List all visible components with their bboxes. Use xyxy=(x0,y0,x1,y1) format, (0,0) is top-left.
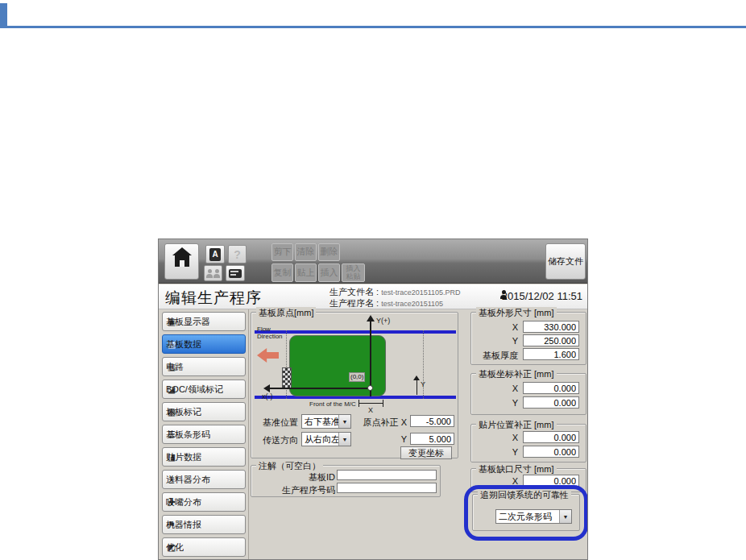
sidebar-item-machine-info[interactable]: ⚑机器情报 xyxy=(162,515,246,534)
dim-x-tick-right xyxy=(383,400,383,407)
transfer-direction-label: 传送方向 xyxy=(258,434,298,446)
board-offset-y-input[interactable] xyxy=(523,396,579,409)
sidebar-item-board-data[interactable]: ▦基板数据 xyxy=(162,334,246,354)
home-button[interactable] xyxy=(164,243,199,280)
board-offset-group: 基板坐标补正 [mm] X Y xyxy=(470,373,586,415)
sidebar-item-nozzle-layout[interactable]: ✚吸嘴分布 xyxy=(162,492,246,512)
y-axis-label: Y(+) xyxy=(376,317,390,325)
traceability-group-title: 追朔回馈系统的可靠性 xyxy=(478,489,571,501)
accent-rule xyxy=(0,26,746,28)
origin-offset-y-label: Y xyxy=(346,434,407,444)
production-file-row: 生产文件名 : test-trace20151105.PRD xyxy=(329,286,461,298)
placement-offset-x-input[interactable] xyxy=(523,431,579,443)
note-group-title: 注解（可空白） xyxy=(256,460,323,472)
board-id-label: 基板ID xyxy=(259,471,335,483)
placement-offset-group-title: 贴片位置补正 [mm] xyxy=(476,419,557,431)
program-number-input[interactable] xyxy=(337,483,437,493)
page-title: 编辑生产程序 xyxy=(165,288,262,309)
board-thickness-input[interactable] xyxy=(523,348,579,360)
traceability-value: 二次元条形码 xyxy=(496,510,559,523)
board-size-y-label: Y xyxy=(471,336,518,346)
placement-offset-y-input[interactable] xyxy=(523,446,579,458)
ref-position-value: 右下基准 xyxy=(302,415,338,428)
sidebar-label: 基板显示器 xyxy=(166,316,210,328)
app-window: A ? 剪下 清除 删除 复制 贴上 插入 插入 粘贴 储存文件 编辑生产程序 xyxy=(158,239,588,560)
sidebar-label: 坏板标记 xyxy=(166,406,201,418)
board-origin-group: 基板原点[mm] Flow Direction Y(+) x(-) (0,0) … xyxy=(251,312,458,458)
x-axis-line xyxy=(269,388,371,389)
toolbar: A ? 剪下 清除 删除 复制 贴上 插入 插入 粘贴 储存文件 xyxy=(159,239,587,284)
clear-button[interactable]: 清除 xyxy=(295,243,317,261)
board-offset-x-input[interactable] xyxy=(523,382,579,394)
sidebar-item-bad-board-mark[interactable]: ▩坏板标记 xyxy=(162,402,246,421)
note-group: 注解（可空白） 基板ID 生产程序号码 xyxy=(251,465,441,497)
users-button[interactable] xyxy=(204,265,222,281)
origin-offset-x-input[interactable] xyxy=(410,415,454,427)
sidebar-label: 吸嘴分布 xyxy=(166,496,201,508)
origin-offset-x-label: 原点补正 X xyxy=(346,417,407,429)
cut-button[interactable]: 剪下 xyxy=(271,243,293,261)
copy-button[interactable]: 复制 xyxy=(271,263,293,282)
line-config-button[interactable] xyxy=(226,265,245,281)
sidebar-item-placement-data[interactable]: ◨贴片数据 xyxy=(162,447,246,467)
board-size-y-input[interactable] xyxy=(523,334,579,346)
sidebar-label: 电路 xyxy=(166,361,184,373)
save-file-button[interactable]: 储存文件 xyxy=(545,243,586,280)
help-button[interactable]: ? xyxy=(228,245,247,263)
origin-point-marker xyxy=(367,385,373,391)
board-id-input[interactable] xyxy=(337,470,437,480)
placement-offset-y-label: Y xyxy=(471,447,518,457)
y-axis-arrow-icon xyxy=(367,315,375,321)
dim-y-label: Y xyxy=(421,380,425,388)
placement-offset-x-label: X xyxy=(471,433,518,442)
board-origin-group-title: 基板原点[mm] xyxy=(256,307,316,319)
sidebar-item-optimize[interactable]: ◩优化 xyxy=(162,537,246,557)
flow-direction-arrow-icon xyxy=(257,348,279,363)
board-offset-group-title: 基板坐标补正 [mm] xyxy=(476,368,557,380)
delete-button[interactable]: 删除 xyxy=(318,243,340,261)
line-config-icon xyxy=(229,269,242,278)
sidebar-item-board-display[interactable]: ▣基板显示器 xyxy=(162,312,246,331)
sidebar-item-board-barcode[interactable]: ☰基板条形码 xyxy=(162,425,246,444)
origin-offset-y-input[interactable] xyxy=(410,433,454,445)
clipboard-a-icon: A xyxy=(209,248,221,261)
insert-paste-button[interactable]: 插入 粘贴 xyxy=(342,263,365,282)
sidebar-label: BOC/领域标记 xyxy=(166,384,223,396)
dim-y-arrow-icon xyxy=(413,375,420,380)
sidebar-item-boc-area-mark[interactable]: ◪BOC/领域标记 xyxy=(162,380,246,399)
flow-direction-label: Flow Direction xyxy=(257,326,283,340)
program-number-label: 生产程序号码 xyxy=(259,484,335,496)
auto-data-button[interactable]: A xyxy=(205,245,225,263)
accent-block xyxy=(0,3,7,27)
dim-x-label: X xyxy=(368,406,373,414)
traceability-select[interactable]: 二次元条形码 ▼ xyxy=(495,509,572,524)
sidebar-item-circuit[interactable]: ▥电路 xyxy=(162,357,246,376)
sidebar: ▣基板显示器 ▦基板数据 ▥电路 ◪BOC/领域标记 ▩坏板标记 ☰基板条形码 … xyxy=(159,309,249,560)
ref-position-label: 基准位置 xyxy=(258,417,298,429)
users-icon xyxy=(206,269,220,278)
transfer-direction-value: 从右向左 xyxy=(302,433,338,446)
change-coordinates-button[interactable]: 变更坐标 xyxy=(400,446,452,459)
production-file-label: 生产文件名 : xyxy=(329,287,379,297)
sidebar-item-feeder-layout[interactable]: ✳送料器分布 xyxy=(162,470,246,489)
board-edge-guide-right xyxy=(423,330,424,399)
board-thickness-label: 基板厚度 xyxy=(471,350,518,362)
paste-button[interactable]: 贴上 xyxy=(295,263,317,282)
datetime-label: 2015/12/02 11:51 xyxy=(502,290,582,302)
production-program-row: 生产程序名 : test-trace20151105 xyxy=(329,297,443,309)
chevron-down-icon[interactable]: ▼ xyxy=(559,510,571,523)
ref-position-select[interactable]: 右下基准 ▼ xyxy=(301,414,351,429)
header-bar: 编辑生产程序 生产文件名 : test-trace20151105.PRD 生产… xyxy=(159,284,587,309)
sidebar-label: 机器情报 xyxy=(166,519,201,531)
insert-button[interactable]: 插入 xyxy=(318,263,340,282)
traceability-group: 追朔回馈系统的可靠性 二次元条形码 ▼ xyxy=(472,494,580,531)
board-offset-y-label: Y xyxy=(471,398,518,408)
transfer-direction-select[interactable]: 从右向左 ▼ xyxy=(301,432,351,446)
board-size-x-input[interactable] xyxy=(523,321,579,333)
production-program-value: test-trace20151105 xyxy=(381,300,443,308)
sidebar-label: 贴片数据 xyxy=(166,451,201,463)
dim-y-line xyxy=(417,380,417,395)
document-page: A ? 剪下 清除 删除 复制 贴上 插入 插入 粘贴 储存文件 编辑生产程序 xyxy=(0,0,746,560)
placement-offset-group: 贴片位置补正 [mm] X Y xyxy=(470,424,586,463)
board-size-x-label: X xyxy=(471,322,518,332)
